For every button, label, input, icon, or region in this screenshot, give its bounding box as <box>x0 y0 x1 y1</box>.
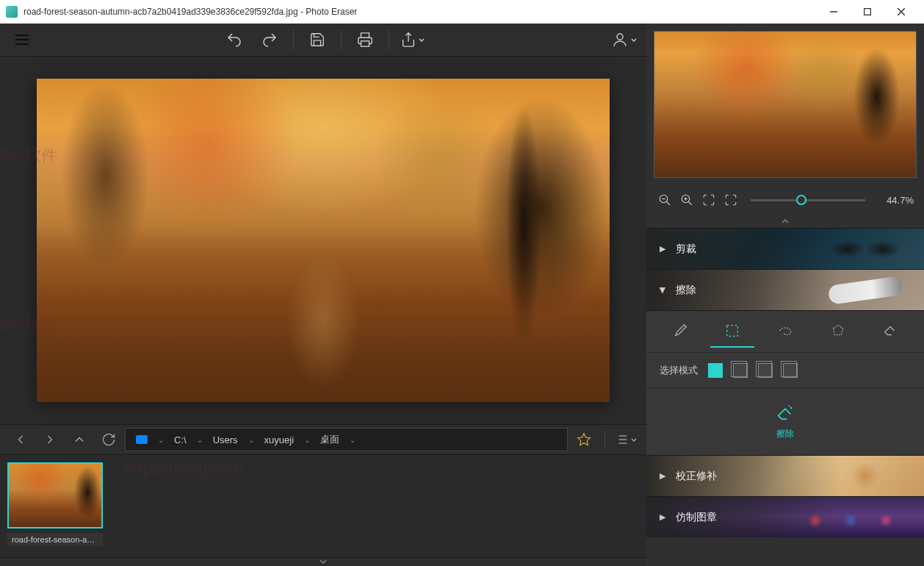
svg-rect-7 <box>361 41 369 46</box>
window-title: road-forest-season-autumn-acb7a2b0419ad3… <box>24 7 817 17</box>
hamburger-menu-icon[interactable] <box>6 24 38 56</box>
app-body: 佛系软件 佛系软件 ⌄ C:\ ⌄ Users ⌄ xuyueji ⌄ 桌面 ⌄ <box>0 24 924 566</box>
thumbnail-label: road-forest-season-autu... <box>7 533 103 546</box>
svg-rect-23 <box>727 326 738 337</box>
section-crop[interactable]: ▶剪裁 <box>646 228 924 269</box>
svg-marker-24 <box>833 326 842 335</box>
path-bar[interactable]: ⌄ C:\ ⌄ Users ⌄ xuyueji ⌄ 桌面 ⌄ <box>125 428 568 451</box>
monitor-icon <box>136 435 148 444</box>
actual-size-icon[interactable] <box>723 192 739 208</box>
chevron-right-icon: ▶ <box>660 471 665 481</box>
chevron-down-icon[interactable]: ⌄ <box>347 436 358 444</box>
erase-action-icon <box>775 403 795 423</box>
window-titlebar: road-forest-season-autumn-acb7a2b0419ad3… <box>0 0 924 24</box>
section-label: 校正修补 <box>676 470 717 483</box>
up-button[interactable] <box>66 426 93 453</box>
share-button[interactable] <box>397 24 429 56</box>
lasso-tool-icon[interactable] <box>763 315 807 348</box>
chevron-right-icon: ▶ <box>660 512 665 522</box>
path-segment-desktop[interactable]: 桌面 <box>314 433 345 446</box>
path-segment-user[interactable]: xuyueji <box>259 434 300 445</box>
mode-add-icon[interactable] <box>733 363 748 378</box>
brush-tool-icon[interactable] <box>658 315 702 348</box>
save-button[interactable] <box>301 24 333 56</box>
main-toolbar <box>0 24 646 57</box>
back-button[interactable] <box>7 426 34 453</box>
section-label: 擦除 <box>676 284 696 297</box>
section-label: 剪裁 <box>676 243 696 256</box>
svg-line-17 <box>666 201 670 205</box>
minimize-button[interactable] <box>817 0 851 24</box>
canvas-area[interactable]: 佛系软件 佛系软件 <box>0 57 646 424</box>
svg-marker-9 <box>578 434 591 445</box>
selection-mode-row: 选择模式 <box>646 352 924 387</box>
zoom-slider[interactable] <box>751 199 865 201</box>
thumbnail-strip: road-forest-season-autu... https://foxir… <box>0 455 646 556</box>
thumbnail-item[interactable]: road-forest-season-autu... <box>7 462 103 546</box>
svg-point-8 <box>617 34 623 40</box>
chevron-down-icon[interactable]: ⌄ <box>155 436 167 444</box>
main-image[interactable] <box>37 79 610 402</box>
preview-image[interactable] <box>654 31 917 178</box>
print-button[interactable] <box>349 24 381 56</box>
marquee-tool-icon[interactable] <box>710 315 754 348</box>
zoom-controls: 44.7% <box>646 185 924 215</box>
path-root-icon[interactable] <box>130 435 154 444</box>
mode-new-icon[interactable] <box>708 363 723 378</box>
app-name: Photo Eraser <box>306 7 357 17</box>
favorite-button[interactable] <box>571 426 597 453</box>
svg-line-20 <box>688 201 692 205</box>
maximize-button[interactable] <box>851 0 884 24</box>
refresh-button[interactable] <box>95 426 122 453</box>
chevron-down-icon[interactable]: ⌄ <box>301 436 313 444</box>
zoom-slider-handle[interactable] <box>796 195 806 205</box>
erase-tool-panel: 选择模式 擦除 <box>646 310 924 455</box>
polygon-tool-icon[interactable] <box>816 315 860 348</box>
mode-intersect-icon[interactable] <box>783 363 798 378</box>
chevron-down-icon[interactable]: ⌄ <box>194 436 206 444</box>
section-heal[interactable]: ▶校正修补 <box>646 455 924 496</box>
zoom-in-icon[interactable] <box>679 192 695 208</box>
path-segment-drive[interactable]: C:\ <box>168 434 192 445</box>
zoom-value: 44.7% <box>877 195 914 206</box>
section-erase[interactable]: ▶擦除 <box>646 269 924 310</box>
chevron-right-icon: ▶ <box>660 244 665 254</box>
erase-action-button[interactable]: 擦除 <box>646 387 924 455</box>
erase-action-label: 擦除 <box>776 428 794 440</box>
preview-box <box>646 24 924 185</box>
mode-subtract-icon[interactable] <box>758 363 773 378</box>
redo-button[interactable] <box>253 24 286 56</box>
app-icon <box>6 6 18 18</box>
forward-button[interactable] <box>37 426 63 453</box>
thumbnail-image[interactable] <box>7 462 103 529</box>
chevron-down-icon: ▶ <box>658 287 668 293</box>
filename: road-forest-season-autumn-acb7a2b0419ad3… <box>24 7 298 17</box>
expand-chevron-icon[interactable] <box>646 215 924 228</box>
section-clone[interactable]: ▶仿制图章 <box>646 496 924 537</box>
watermark-url: https://foxirj.com <box>125 459 242 479</box>
account-button[interactable] <box>608 24 640 56</box>
file-browser-bar: ⌄ C:\ ⌄ Users ⌄ xuyueji ⌄ 桌面 ⌄ <box>0 424 646 455</box>
section-label: 仿制图章 <box>676 511 717 524</box>
path-segment-users[interactable]: Users <box>207 434 244 445</box>
mode-label: 选择模式 <box>660 364 698 377</box>
zoom-out-icon[interactable] <box>657 192 673 208</box>
right-panel: 44.7% ▶剪裁 ▶擦除 选择模式 <box>646 24 924 566</box>
undo-button[interactable] <box>218 24 250 56</box>
eraser-tool-icon[interactable] <box>868 315 912 348</box>
close-button[interactable] <box>884 0 918 24</box>
fit-screen-icon[interactable] <box>701 192 717 208</box>
left-area: 佛系软件 佛系软件 ⌄ C:\ ⌄ Users ⌄ xuyueji ⌄ 桌面 ⌄ <box>0 24 646 566</box>
chevron-down-icon[interactable]: ⌄ <box>245 436 257 444</box>
collapse-strip-button[interactable] <box>0 557 646 566</box>
view-options-button[interactable] <box>613 426 639 453</box>
svg-rect-1 <box>865 9 871 15</box>
